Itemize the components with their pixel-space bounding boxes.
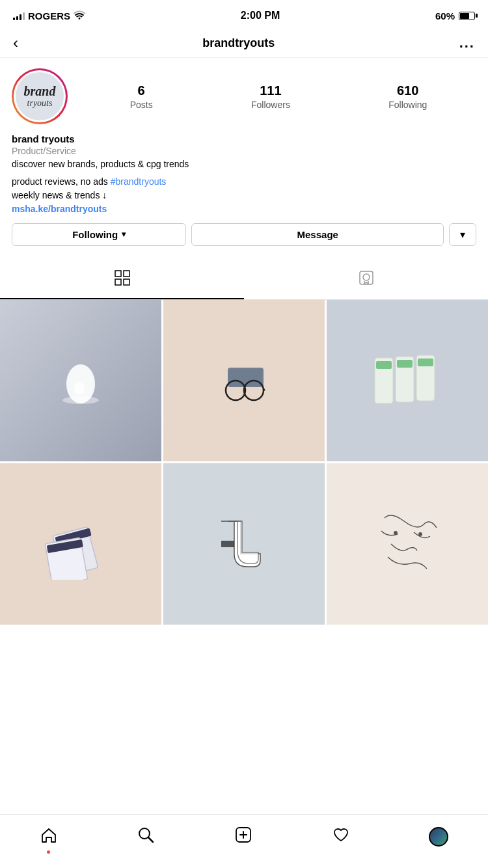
status-time: 2:00 PM: [241, 10, 280, 21]
following-label: Following: [388, 100, 427, 110]
nav-add[interactable]: [234, 826, 252, 848]
photo-3: [327, 300, 488, 461]
back-button[interactable]: ‹: [13, 34, 18, 52]
photo-grid: [0, 300, 488, 625]
nav-home[interactable]: [40, 826, 58, 848]
status-right: 60%: [435, 10, 475, 21]
svg-rect-14: [376, 361, 392, 369]
photo-4: [0, 463, 161, 625]
nav-search[interactable]: [137, 826, 155, 848]
home-icon: [40, 826, 58, 848]
grid-item-3[interactable]: [327, 300, 488, 461]
add-icon: [234, 826, 252, 848]
avatar[interactable]: brand tryouts: [12, 68, 68, 124]
nav-activity[interactable]: [332, 826, 350, 848]
profile-top: brand tryouts 6 Posts 111 Followers 610 …: [12, 68, 476, 124]
photo-1: [0, 300, 161, 461]
bio-hashtag[interactable]: #brandtryouts: [111, 176, 167, 187]
bottom-nav: [0, 814, 488, 868]
photo-2: [163, 300, 325, 461]
profile-avatar-nav: [429, 827, 448, 847]
svg-point-23: [394, 531, 398, 535]
tab-grid[interactable]: [0, 262, 244, 299]
dropdown-chevron-icon: ▾: [460, 228, 465, 241]
bio-section: brand tryouts Product/Service discover n…: [12, 133, 476, 214]
svg-rect-16: [397, 360, 413, 368]
posts-label: Posts: [130, 100, 153, 110]
nav-home-dot: [47, 850, 50, 854]
followers-count: 111: [260, 83, 281, 98]
nav-profile[interactable]: [429, 827, 448, 847]
svg-rect-3: [124, 279, 129, 285]
following-chevron-icon: ▾: [122, 230, 126, 239]
profile-name: brand tryouts: [12, 133, 476, 144]
profile-bio-tags: product reviews, no ads #brandtryouts we…: [12, 175, 476, 202]
dropdown-button[interactable]: ▾: [449, 223, 476, 246]
profile-description: discover new brands, products & cpg tren…: [12, 158, 476, 171]
svg-rect-0: [115, 271, 121, 277]
svg-point-24: [418, 532, 422, 536]
search-icon: [137, 826, 155, 848]
wifi-icon: [74, 10, 85, 21]
grid-item-4[interactable]: [0, 463, 161, 625]
grid-icon: [114, 269, 131, 290]
svg-rect-1: [124, 271, 129, 277]
grid-item-1[interactable]: [0, 300, 161, 461]
message-label: Message: [297, 229, 338, 240]
profile-link[interactable]: msha.ke/brandtryouts: [12, 204, 476, 214]
status-bar: ROGERS 2:00 PM 60%: [0, 0, 488, 29]
signal-icon: [13, 11, 25, 20]
following-label: Following: [72, 229, 118, 240]
battery-percent: 60%: [435, 10, 455, 21]
svg-point-7: [62, 396, 99, 404]
grid-item-5[interactable]: [163, 463, 325, 625]
avatar-tryouts: tryouts: [24, 98, 56, 108]
heart-icon: [332, 826, 350, 848]
stat-posts[interactable]: 6 Posts: [130, 83, 153, 110]
more-options-button[interactable]: ...: [459, 34, 475, 51]
message-button[interactable]: Message: [191, 223, 444, 246]
following-count: 610: [397, 83, 418, 98]
tab-tagged[interactable]: [244, 262, 488, 299]
grid-item-2[interactable]: [163, 300, 325, 461]
grid-item-6[interactable]: [327, 463, 488, 625]
stats-row: 6 Posts 111 Followers 610 Following: [81, 83, 476, 110]
carrier-label: ROGERS: [28, 10, 70, 21]
photo-5: [163, 463, 325, 625]
avatar-text: brand tryouts: [24, 84, 56, 108]
page-title: brandtryouts: [202, 36, 275, 50]
svg-rect-18: [418, 359, 433, 366]
svg-point-5: [363, 274, 370, 280]
stat-following[interactable]: 610 Following: [388, 83, 427, 110]
stat-followers[interactable]: 111 Followers: [251, 83, 290, 110]
profile-section: brand tryouts 6 Posts 111 Followers 610 …: [0, 58, 488, 256]
posts-count: 6: [138, 83, 145, 98]
bio-line2: weekly news & trends ↓: [12, 190, 107, 200]
tab-bar: [0, 262, 488, 300]
status-left: ROGERS: [13, 10, 85, 21]
avatar-brand: brand: [24, 84, 56, 98]
photo-6: [327, 463, 488, 625]
action-buttons: Following ▾ Message ▾: [12, 223, 476, 246]
tagged-icon: [358, 269, 375, 290]
followers-label: Followers: [251, 100, 290, 110]
header: ‹ brandtryouts ...: [0, 29, 488, 58]
profile-category: Product/Service: [12, 146, 476, 156]
battery-icon: [459, 12, 475, 20]
avatar-inner: brand tryouts: [14, 70, 66, 122]
svg-rect-10: [229, 369, 262, 386]
bio-line1: product reviews, no ads: [12, 176, 111, 187]
svg-rect-2: [115, 279, 121, 285]
following-button[interactable]: Following ▾: [12, 223, 186, 246]
svg-point-8: [74, 382, 85, 395]
